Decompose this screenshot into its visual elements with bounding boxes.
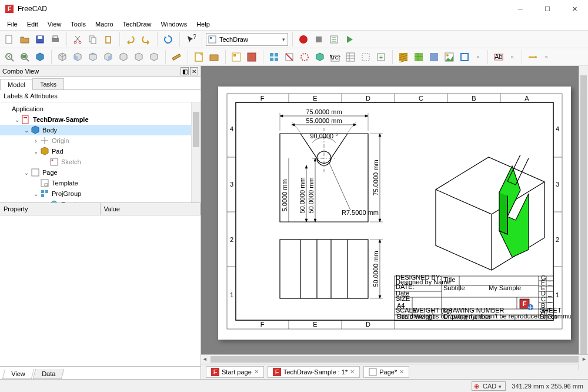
minimize-button[interactable]: ─ <box>507 0 534 18</box>
toolbar-overflow-3-icon[interactable]: » <box>541 50 552 64</box>
panel-float-icon[interactable]: ◧ <box>181 67 189 75</box>
svg-rect-35 <box>275 58 278 61</box>
viewport-scrollbar-h[interactable] <box>201 354 588 364</box>
twisty-icon[interactable]: ⌄ <box>22 170 31 176</box>
save-icon[interactable] <box>33 32 47 46</box>
twisty-icon[interactable]: ⌄ <box>32 191 40 197</box>
draft-view-icon[interactable] <box>313 50 327 64</box>
close-icon[interactable]: ✕ <box>399 368 404 375</box>
menu-windows[interactable]: Windows <box>156 19 192 29</box>
proj-group-icon[interactable] <box>267 50 281 64</box>
paste-icon[interactable] <box>101 32 115 46</box>
menu-tools[interactable]: Tools <box>66 19 91 29</box>
rear-view-icon[interactable] <box>116 50 131 64</box>
macro-play-icon[interactable] <box>342 32 356 46</box>
toolbar-overflow-2-icon[interactable]: » <box>507 50 517 64</box>
twisty-icon[interactable]: › <box>41 201 49 203</box>
annotation-icon[interactable]: Ab <box>492 50 506 64</box>
right-view-icon[interactable] <box>101 50 115 64</box>
twisty-icon[interactable]: ⌄ <box>32 148 40 155</box>
close-icon[interactable]: ✕ <box>254 368 259 375</box>
twisty-icon[interactable]: › <box>32 138 40 144</box>
menu-edit[interactable]: Edit <box>22 19 43 29</box>
tree-item[interactable]: ⌄Pad <box>0 146 201 157</box>
close-icon[interactable]: ✕ <box>350 368 355 375</box>
tree-root: Application <box>12 105 44 112</box>
menu-help[interactable]: Help <box>192 19 215 29</box>
maximize-button[interactable]: ☐ <box>534 0 561 18</box>
insert-active-view-icon[interactable] <box>245 50 259 64</box>
tree-item[interactable]: Template <box>0 178 201 188</box>
detail-view-icon[interactable] <box>298 50 312 64</box>
spreadsheet-view-icon[interactable] <box>343 50 358 64</box>
prop-col-value[interactable]: Value <box>101 203 201 215</box>
clip-group-icon[interactable] <box>359 50 373 64</box>
nav-style-selector[interactable]: CAD <box>472 381 506 391</box>
model-tree[interactable]: Application ⌄TechDraw-Sample⌄Body›Origin… <box>0 102 201 202</box>
tree-item[interactable]: ⌄ProjGroup <box>0 188 201 199</box>
workbench-selector[interactable]: TechDraw <box>206 33 288 46</box>
copy-icon[interactable] <box>86 32 100 46</box>
tree-item[interactable]: ⌄TechDraw-Sample <box>0 114 201 125</box>
tab-data[interactable]: Data <box>32 369 64 379</box>
doc-tab-start[interactable]: FStart page✕ <box>206 366 264 378</box>
twisty-icon[interactable]: ⌄ <box>22 127 31 134</box>
symbol-icon[interactable] <box>427 50 441 64</box>
menu-file[interactable]: File <box>2 19 22 29</box>
bottom-view-icon[interactable] <box>132 50 146 64</box>
close-button[interactable]: ✕ <box>561 0 588 18</box>
hatch-icon[interactable] <box>396 50 410 64</box>
macro-stop-icon[interactable] <box>312 32 326 46</box>
new-page-icon[interactable] <box>192 50 206 64</box>
section-view-icon[interactable] <box>282 50 296 64</box>
tree-item[interactable]: ›Front <box>0 199 201 202</box>
open-icon[interactable] <box>18 32 32 46</box>
menu-view[interactable]: View <box>43 19 66 29</box>
macro-record-icon[interactable] <box>296 32 310 46</box>
doc-tab-sample[interactable]: FTechDraw-Sample : 1*✕ <box>268 366 360 378</box>
macro-list-icon[interactable] <box>327 32 341 46</box>
tree-scrollbar[interactable] <box>191 102 201 202</box>
cut-icon[interactable] <box>71 32 85 46</box>
drawing-viewport[interactable]: FEDCBA FED 4321 4321 <box>201 66 588 379</box>
menu-macro[interactable]: Macro <box>91 19 118 29</box>
geom-hatch-icon[interactable] <box>412 50 426 64</box>
new-page-template-icon[interactable] <box>207 50 221 64</box>
tree-item[interactable]: ⌄Body <box>0 125 201 135</box>
panel-close-icon[interactable]: ✕ <box>190 67 198 75</box>
tree-item[interactable]: Sketch <box>0 157 201 167</box>
front-view-icon[interactable] <box>71 50 85 64</box>
image-icon[interactable] <box>442 50 456 64</box>
left-view-icon[interactable] <box>147 50 161 64</box>
iso-view-icon[interactable] <box>55 50 69 64</box>
tree-item[interactable]: ›Origin <box>0 135 201 146</box>
fit-all-icon[interactable] <box>2 50 16 64</box>
clip-add-icon[interactable]: + <box>374 50 388 64</box>
tab-tasks[interactable]: Tasks <box>32 78 64 89</box>
arch-view-icon[interactable]: Arch <box>328 50 342 64</box>
svg-rect-34 <box>270 58 273 61</box>
measure-icon[interactable] <box>169 50 183 64</box>
tree-item[interactable]: ⌄Page <box>0 167 201 178</box>
dimension-length-icon[interactable] <box>526 50 540 64</box>
viewport-scrollbar-v[interactable] <box>579 66 588 370</box>
menu-techdraw[interactable]: TechDraw <box>118 19 156 29</box>
tab-view[interactable]: View <box>2 369 34 379</box>
doc-tab-page[interactable]: Page*✕ <box>363 366 409 378</box>
top-view-icon[interactable] <box>86 50 100 64</box>
pointer-icon[interactable]: ? <box>183 32 198 46</box>
refresh-icon[interactable] <box>161 32 175 46</box>
insert-view-icon[interactable] <box>229 50 243 64</box>
undo-icon[interactable] <box>123 32 138 46</box>
twisty-icon[interactable]: ⌄ <box>13 117 21 123</box>
new-icon[interactable] <box>2 32 16 46</box>
drawing-page[interactable]: FEDCBA FED 4321 4321 <box>218 87 571 340</box>
toolbar-overflow-icon[interactable]: » <box>473 50 483 64</box>
fit-selection-icon[interactable] <box>18 50 32 64</box>
prop-col-property[interactable]: Property <box>0 203 101 215</box>
toggle-frame-icon[interactable] <box>457 50 472 64</box>
tab-model[interactable]: Model <box>0 79 33 90</box>
redo-icon[interactable] <box>139 32 153 46</box>
draw-style-icon[interactable] <box>33 50 47 64</box>
print-icon[interactable] <box>48 32 62 46</box>
